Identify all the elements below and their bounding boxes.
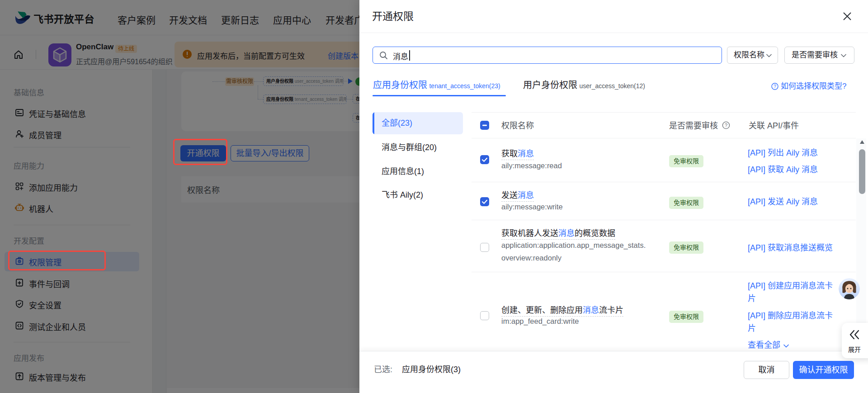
svg-text:?: ? — [725, 123, 727, 128]
svg-text:?: ? — [774, 84, 776, 89]
